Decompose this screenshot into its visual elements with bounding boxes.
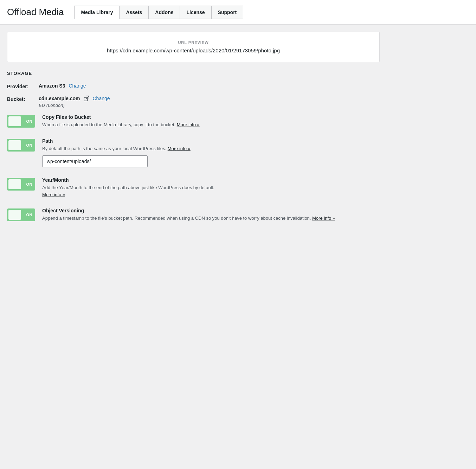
toggle-on-label: ON	[26, 143, 33, 147]
copy-files-content: Copy Files to Bucket When a file is uplo…	[42, 114, 380, 128]
year-month-more-info[interactable]: More info »	[42, 192, 65, 197]
year-month-setting: ON Year/Month Add the Year/Month to the …	[7, 177, 380, 198]
tab-support[interactable]: Support	[211, 6, 244, 19]
path-setting: ON Path By default the path is the same …	[7, 138, 380, 168]
path-content: Path By default the path is the same as …	[42, 138, 380, 168]
tab-addons[interactable]: Addons	[148, 6, 180, 19]
object-versioning-description: Append a timestamp to the file's bucket …	[42, 215, 380, 222]
path-more-info[interactable]: More info »	[168, 146, 191, 151]
year-month-content: Year/Month Add the Year/Month to the end…	[42, 177, 380, 198]
app-title: Offload Media	[7, 7, 64, 18]
app-header: Offload Media Media Library Assets Addon…	[0, 0, 476, 25]
page-content: URL PREVIEW https://cdn.example.com/wp-c…	[0, 25, 387, 239]
year-month-toggle-wrapper: ON	[7, 178, 35, 191]
provider-label: Provider:	[7, 83, 39, 89]
provider-change-link[interactable]: Change	[69, 83, 86, 89]
copy-files-description: When a file is uploaded to the Media Lib…	[42, 121, 380, 128]
year-month-title: Year/Month	[42, 177, 380, 183]
provider-value-area: Amazon S3 Change	[39, 83, 86, 89]
storage-section: STORAGE Provider: Amazon S3 Change Bucke…	[7, 71, 380, 222]
path-title: Path	[42, 138, 380, 144]
object-versioning-toggle-wrapper: ON	[7, 208, 35, 221]
bucket-change-link[interactable]: Change	[93, 96, 110, 101]
copy-files-setting: ON Copy Files to Bucket When a file is u…	[7, 114, 380, 128]
copy-files-title: Copy Files to Bucket	[42, 114, 380, 120]
url-preview-label: URL PREVIEW	[18, 40, 369, 45]
toggle-knob	[8, 179, 21, 189]
bucket-label: Bucket:	[7, 96, 39, 102]
toggle-on-label: ON	[26, 119, 33, 123]
path-input[interactable]	[42, 155, 148, 167]
copy-files-toggle[interactable]: ON	[7, 115, 35, 128]
bucket-location: EU (London)	[39, 103, 110, 108]
path-toggle-wrapper: ON	[7, 139, 35, 152]
bucket-row: Bucket: cdn.example.com Change EU (Londo…	[7, 96, 380, 108]
toggle-knob	[8, 116, 21, 126]
url-preview-box: URL PREVIEW https://cdn.example.com/wp-c…	[7, 32, 380, 62]
nav-tabs: Media Library Assets Addons License Supp…	[74, 6, 243, 19]
tab-assets[interactable]: Assets	[119, 6, 149, 19]
object-versioning-content: Object Versioning Append a timestamp to …	[42, 208, 380, 222]
copy-files-toggle-wrapper: ON	[7, 115, 35, 128]
path-toggle[interactable]: ON	[7, 139, 35, 152]
object-versioning-toggle[interactable]: ON	[7, 208, 35, 221]
bucket-value-line: cdn.example.com Change	[39, 96, 110, 101]
path-description: By default the path is the same as your …	[42, 145, 380, 152]
year-month-toggle[interactable]: ON	[7, 178, 35, 191]
bucket-value: cdn.example.com	[39, 96, 80, 101]
object-versioning-more-info[interactable]: More info »	[312, 216, 335, 221]
object-versioning-title: Object Versioning	[42, 208, 380, 213]
storage-section-title: STORAGE	[7, 71, 380, 76]
toggle-knob	[8, 140, 21, 150]
external-link-icon	[84, 96, 89, 101]
toggle-on-label: ON	[26, 182, 33, 186]
url-preview-value: https://cdn.example.com/wp-content/uploa…	[18, 47, 369, 53]
provider-value: Amazon S3	[39, 83, 65, 89]
toggle-knob	[8, 210, 21, 220]
year-month-description: Add the Year/Month to the end of the pat…	[42, 184, 380, 198]
tab-license[interactable]: License	[180, 6, 211, 19]
toggle-on-label: ON	[26, 213, 33, 217]
object-versioning-setting: ON Object Versioning Append a timestamp …	[7, 208, 380, 222]
tab-media-library[interactable]: Media Library	[74, 6, 120, 19]
provider-row: Provider: Amazon S3 Change	[7, 83, 380, 89]
bucket-value-area: cdn.example.com Change EU (London)	[39, 96, 110, 108]
copy-files-more-info[interactable]: More info »	[177, 122, 200, 127]
